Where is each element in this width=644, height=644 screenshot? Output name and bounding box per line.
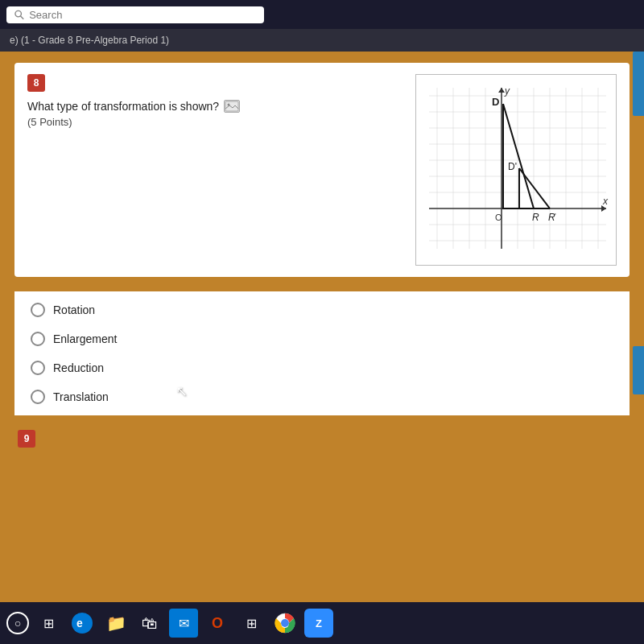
option-enlargement-label: Enlargement <box>53 332 117 345</box>
question-text: What type of transformation is shown? <box>27 100 399 113</box>
svg-line-1 <box>21 15 24 19</box>
svg-line-35 <box>519 168 550 208</box>
svg-marker-28 <box>498 88 505 93</box>
taskbar-grid[interactable]: ⊞ <box>237 609 266 638</box>
svg-text:R: R <box>532 212 539 223</box>
taskbar-chrome[interactable] <box>270 609 299 638</box>
taskbar-start[interactable]: ○ <box>6 612 29 634</box>
option-reduction-label: Reduction <box>53 361 104 374</box>
search-bar[interactable] <box>6 6 264 23</box>
graph-container: x y O D R <box>415 74 617 266</box>
taskbar-task-view[interactable]: ⊞ <box>34 609 63 638</box>
radio-reduction[interactable] <box>31 361 45 375</box>
option-rotation-label: Rotation <box>53 303 95 316</box>
svg-text:y: y <box>504 85 510 97</box>
right-accent-2 <box>633 346 644 394</box>
taskbar-zoom[interactable]: Z <box>304 609 333 638</box>
svg-text:D': D' <box>508 161 517 172</box>
next-question-badge: 9 <box>18 430 35 448</box>
option-rotation[interactable]: Rotation <box>31 303 613 317</box>
taskbar-edge[interactable]: e <box>68 609 97 638</box>
taskbar-store[interactable]: 🛍 <box>135 609 164 638</box>
search-icon <box>14 10 24 20</box>
main-content: 8 What type of transformation is shown? … <box>0 52 644 602</box>
image-icon[interactable] <box>224 100 240 113</box>
radio-enlargement[interactable] <box>31 332 45 346</box>
search-input[interactable] <box>29 9 256 21</box>
graph-svg: x y O D R <box>421 80 613 257</box>
svg-text:e: e <box>76 617 83 630</box>
svg-point-0 <box>15 10 22 17</box>
svg-text:x: x <box>602 196 609 207</box>
svg-text:D: D <box>492 96 499 108</box>
taskbar-office[interactable]: O <box>203 609 232 638</box>
taskbar-mail[interactable]: ✉ <box>169 609 198 638</box>
question-inner: 8 What type of transformation is shown? … <box>14 63 630 277</box>
svg-text:': ' <box>555 212 556 220</box>
subtitle-text: e) (1 - Grade 8 Pre-Algebra Period 1) <box>10 35 169 46</box>
option-translation-label: Translation <box>53 390 109 403</box>
option-reduction[interactable]: Reduction <box>31 361 613 375</box>
subtitle-bar: e) (1 - Grade 8 Pre-Algebra Period 1) <box>0 29 644 52</box>
right-accent <box>633 52 644 116</box>
radio-rotation[interactable] <box>31 303 45 317</box>
question-card: 8 What type of transformation is shown? … <box>14 63 630 277</box>
taskbar: ○ ⊞ e 📁 🛍 ✉ O ⊞ Z <box>0 602 644 644</box>
top-bar <box>0 0 644 29</box>
question-points: (5 Points) <box>27 116 399 128</box>
taskbar-folder[interactable]: 📁 <box>101 609 130 638</box>
option-translation[interactable]: Translation <box>31 390 613 404</box>
radio-translation[interactable] <box>31 390 45 404</box>
option-enlargement[interactable]: Enlargement <box>31 332 613 346</box>
svg-point-42 <box>281 619 289 627</box>
svg-text:O: O <box>495 213 502 222</box>
options-section: Rotation Enlargement Reduction Translati… <box>14 291 630 415</box>
question-left: 8 What type of transformation is shown? … <box>27 74 399 266</box>
question-number-badge: 8 <box>27 74 45 92</box>
